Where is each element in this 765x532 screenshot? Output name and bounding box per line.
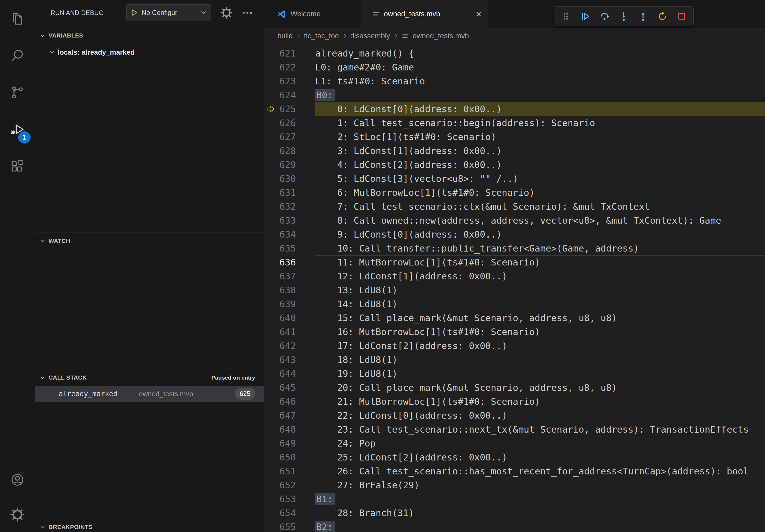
code-line-640[interactable]: 640 15: Call place_mark(&mut Scenario, a… [264, 311, 765, 325]
gutter-line-629[interactable]: 629 [264, 158, 315, 172]
code-line-629[interactable]: 629 4: LdConst[2](address: 0x00..) [264, 158, 765, 172]
gutter-line-653[interactable]: 653 [264, 492, 315, 506]
activity-item-source-control[interactable] [0, 74, 35, 111]
code-line-638[interactable]: 638 13: LdU8(1) [264, 283, 765, 297]
code-line-627[interactable]: 627 2: StLoc[1](ts#1#0: Scenario) [264, 130, 765, 144]
gutter-line-642[interactable]: 642 [264, 339, 315, 353]
breadcrumb-item-tic-tac-toe[interactable]: tic_tac_toe [304, 32, 339, 40]
line-content[interactable]: 6: MutBorrowLoc[1](ts#1#0: Scenario) [315, 186, 765, 199]
gutter-line-651[interactable]: 651 [264, 464, 315, 478]
gutter-line-624[interactable]: 624 [264, 88, 315, 102]
code-editor[interactable]: 621already_marked() {622L0: game#2#0: Ga… [264, 43, 765, 532]
code-line-628[interactable]: 628 3: LdConst[1](address: 0x00..) [264, 144, 765, 158]
activity-item-extensions[interactable] [0, 148, 35, 185]
gutter-line-647[interactable]: 647 [264, 408, 315, 422]
line-content[interactable]: 21: MutBorrowLoc[1](ts#1#0: Scenario) [315, 395, 765, 408]
gutter-line-637[interactable]: 637 [264, 269, 315, 283]
code-line-643[interactable]: 643 18: LdU8(1) [264, 353, 765, 367]
restart-button[interactable] [653, 8, 672, 25]
line-content[interactable]: 24: Pop [315, 436, 765, 450]
code-line-644[interactable]: 644 19: LdU8(1) [264, 367, 765, 381]
line-content[interactable]: 25: LdConst[2](address: 0x00..) [315, 450, 765, 464]
line-content[interactable]: 0: LdConst[0](address: 0x00..) [315, 102, 765, 116]
call-stack-section-header[interactable]: CALL STACK Paused on entry [35, 369, 264, 386]
gutter-line-622[interactable]: 622 [264, 60, 315, 74]
line-content[interactable]: 15: Call place_mark(&mut Scenario, addre… [315, 311, 765, 325]
gutter-line-625[interactable]: 625 [264, 102, 315, 116]
step-over-button[interactable] [595, 8, 614, 25]
gutter-line-623[interactable]: 623 [264, 74, 315, 88]
line-content[interactable]: 26: Call test_scenario::has_most_recent_… [315, 464, 765, 478]
line-content[interactable]: 13: LdU8(1) [315, 283, 765, 297]
gutter-line-638[interactable]: 638 [264, 283, 315, 297]
gutter-line-621[interactable]: 621 [264, 46, 315, 60]
line-content[interactable]: 2: StLoc[1](ts#1#0: Scenario) [315, 130, 765, 144]
line-content[interactable]: B2: [315, 520, 765, 532]
gutter-line-644[interactable]: 644 [264, 367, 315, 381]
code-line-637[interactable]: 637 12: LdConst[1](address: 0x00..) [264, 269, 765, 283]
continue-button[interactable] [575, 8, 595, 25]
gutter-line-630[interactable]: 630 [264, 172, 315, 186]
line-content[interactable]: 8: Call owned::new(address, address, vec… [315, 213, 765, 227]
line-content[interactable]: 22: LdConst[0](address: 0x00..) [315, 408, 765, 422]
line-content[interactable]: L0: game#2#0: Game [315, 60, 765, 74]
line-content[interactable]: already_marked() { [315, 46, 765, 60]
code-line-642[interactable]: 642 17: LdConst[2](address: 0x00..) [264, 339, 765, 353]
code-line-636[interactable]: 636 11: MutBorrowLoc[1](ts#1#0: Scenario… [264, 255, 765, 269]
line-content[interactable]: 7: Call test_scenario::ctx(&mut Scenario… [315, 199, 765, 213]
line-content[interactable]: 17: LdConst[2](address: 0x00..) [315, 339, 765, 353]
line-content[interactable]: 20: Call place_mark(&mut Scenario, addre… [315, 381, 765, 395]
step-into-button[interactable] [614, 8, 633, 25]
activity-item-settings[interactable] [0, 497, 35, 532]
gutter-line-654[interactable]: 654 [264, 506, 315, 520]
debug-settings-gear-icon[interactable] [220, 6, 233, 19]
tab-welcome[interactable]: Welcome [264, 0, 361, 28]
gutter-line-641[interactable]: 641 [264, 325, 315, 339]
code-line-654[interactable]: 654 28: Branch(31) [264, 506, 765, 520]
code-line-651[interactable]: 651 26: Call test_scenario::has_most_rec… [264, 464, 765, 478]
gutter-line-636[interactable]: 636 [264, 255, 315, 269]
code-line-632[interactable]: 632 7: Call test_scenario::ctx(&mut Scen… [264, 199, 765, 213]
code-line-652[interactable]: 652 27: BrFalse(29) [264, 478, 765, 492]
line-content[interactable]: 1: Call test_scenario::begin(address): S… [315, 116, 765, 130]
code-line-653[interactable]: 653B1: [264, 492, 765, 506]
gutter-line-645[interactable]: 645 [264, 381, 315, 395]
toolbar-drag-handle[interactable] [556, 8, 575, 25]
code-line-635[interactable]: 635 10: Call transfer::public_transfer<G… [264, 241, 765, 255]
code-line-626[interactable]: 626 1: Call test_scenario::begin(address… [264, 116, 765, 130]
code-line-633[interactable]: 633 8: Call owned::new(address, address,… [264, 213, 765, 227]
code-line-625[interactable]: 625 0: LdConst[0](address: 0x00..) [264, 102, 765, 116]
line-content[interactable]: 10: Call transfer::public_transfer<Game>… [315, 241, 765, 255]
call-stack-frame-row[interactable]: already_marked owned_tests.mvb 625 [35, 386, 264, 402]
code-line-645[interactable]: 645 20: Call place_mark(&mut Scenario, a… [264, 381, 765, 395]
line-content[interactable]: 27: BrFalse(29) [315, 478, 765, 492]
breadcrumb-item-build[interactable]: build [278, 32, 293, 40]
gutter-line-649[interactable]: 649 [264, 436, 315, 450]
more-actions-icon[interactable] [241, 6, 254, 19]
line-content[interactable]: L1: ts#1#0: Scenario [315, 74, 765, 88]
breadcrumb-item-file[interactable]: owned_tests.mvb [401, 32, 469, 40]
line-content[interactable]: 23: Call test_scenario::next_tx(&mut Sce… [315, 422, 765, 436]
gutter-line-627[interactable]: 627 [264, 130, 315, 144]
code-line-631[interactable]: 631 6: MutBorrowLoc[1](ts#1#0: Scenario) [264, 186, 765, 199]
code-line-630[interactable]: 630 5: LdConst[3](vector<u8>: "" /..) [264, 172, 765, 186]
gutter-line-633[interactable]: 633 [264, 213, 315, 227]
code-line-624[interactable]: 624B0: [264, 88, 765, 102]
gutter-line-628[interactable]: 628 [264, 144, 315, 158]
gutter-line-639[interactable]: 639 [264, 297, 315, 311]
line-content[interactable]: 18: LdU8(1) [315, 353, 765, 367]
activity-item-search[interactable] [0, 37, 35, 74]
line-content[interactable]: 5: LdConst[3](vector<u8>: "" /..) [315, 172, 765, 186]
gutter-line-632[interactable]: 632 [264, 199, 315, 213]
gutter-line-652[interactable]: 652 [264, 478, 315, 492]
close-tab-icon[interactable]: × [476, 9, 481, 19]
gutter-line-631[interactable]: 631 [264, 186, 315, 199]
code-line-650[interactable]: 650 25: LdConst[2](address: 0x00..) [264, 450, 765, 464]
line-content[interactable]: B0: [315, 88, 765, 102]
code-line-647[interactable]: 647 22: LdConst[0](address: 0x00..) [264, 408, 765, 422]
gutter-line-646[interactable]: 646 [264, 395, 315, 408]
gutter-line-655[interactable]: 655 [264, 520, 315, 532]
step-out-button[interactable] [633, 8, 653, 25]
variables-scope-row[interactable]: locals: already_marked [35, 44, 264, 61]
line-content[interactable]: 9: LdConst[0](address: 0x00..) [315, 227, 765, 241]
